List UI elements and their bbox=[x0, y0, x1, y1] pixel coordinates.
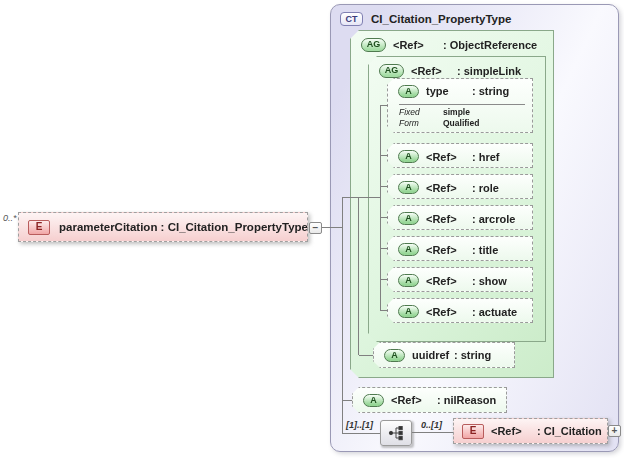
complex-type-header: CT CI_Citation_PropertyType bbox=[331, 5, 618, 26]
element-parametercitation[interactable]: E parameterCitation : CI_Citation_Proper… bbox=[18, 212, 308, 242]
attribute-header: A uuidref : string bbox=[374, 343, 514, 367]
connector-line bbox=[358, 197, 359, 355]
connector-line bbox=[342, 197, 343, 434]
attribute-type-label: : title bbox=[472, 244, 498, 256]
attribute-badge: A bbox=[398, 274, 419, 287]
attribute-group-type: : ObjectReference bbox=[443, 39, 537, 51]
connector-line bbox=[343, 433, 380, 434]
attribute-group-name: <Ref> bbox=[411, 65, 457, 77]
attribute-name: type bbox=[426, 85, 472, 97]
attribute-badge: A bbox=[398, 305, 419, 318]
attribute-header: A <Ref> : arcrole bbox=[388, 206, 532, 231]
attribute-facets: Fixed simple Form Qualified bbox=[399, 104, 525, 128]
connector-line bbox=[380, 105, 381, 311]
connector-line bbox=[412, 432, 453, 433]
attribute-header: A <Ref> : role bbox=[388, 175, 532, 200]
attribute-name: <Ref> bbox=[426, 151, 472, 163]
sequence-compositor[interactable] bbox=[380, 420, 412, 446]
connector-line bbox=[380, 217, 388, 218]
attribute-uuidref[interactable]: A uuidref : string bbox=[373, 342, 515, 368]
attribute-name: <Ref> bbox=[426, 244, 472, 256]
attribute-type-label: : show bbox=[472, 275, 507, 287]
attribute-badge: A bbox=[398, 212, 419, 225]
element-label: parameterCitation : CI_Citation_Property… bbox=[59, 221, 308, 233]
attribute-badge: A bbox=[384, 349, 405, 362]
complex-type-title: CI_Citation_PropertyType bbox=[371, 13, 511, 25]
attribute-name: <Ref> bbox=[426, 275, 472, 287]
connector-line bbox=[322, 227, 342, 228]
attribute-group-header: AG <Ref> : simpleLink bbox=[369, 57, 545, 81]
sequence-cardinality-left: [1]..[1] bbox=[346, 420, 373, 430]
facet-label: Fixed bbox=[399, 107, 443, 117]
element-cardinality: 0..* bbox=[3, 213, 17, 223]
attribute-header: A <Ref> : show bbox=[388, 268, 532, 293]
attribute-header: A <Ref> : nilReason bbox=[353, 388, 506, 412]
connector-line bbox=[380, 310, 388, 311]
facet-value: simple bbox=[443, 107, 525, 117]
collapse-button[interactable]: − bbox=[309, 222, 322, 234]
connector-line bbox=[343, 197, 380, 198]
attribute-type[interactable]: A type : string Fixed simple Form Qualif… bbox=[387, 78, 533, 133]
attribute-type-label: : string bbox=[454, 349, 491, 361]
attribute-title[interactable]: A <Ref> : title bbox=[387, 236, 533, 261]
connector-line bbox=[343, 400, 352, 401]
attribute-arcrole[interactable]: A <Ref> : arcrole bbox=[387, 205, 533, 230]
attribute-header: A <Ref> : actuate bbox=[388, 299, 532, 324]
attribute-name: <Ref> bbox=[426, 182, 472, 194]
attribute-header: A type : string bbox=[388, 79, 532, 103]
sequence-compositor-icon bbox=[387, 424, 405, 442]
attribute-group-type: : simpleLink bbox=[457, 65, 521, 77]
element-badge: E bbox=[28, 220, 50, 235]
element-name: <Ref> bbox=[491, 425, 537, 437]
attribute-name: <Ref> bbox=[426, 213, 472, 225]
attribute-role[interactable]: A <Ref> : role bbox=[387, 174, 533, 199]
element-ci-citation[interactable]: E <Ref> : CI_Citation bbox=[453, 418, 608, 444]
attribute-actuate[interactable]: A <Ref> : actuate bbox=[387, 298, 533, 323]
attribute-badge: A bbox=[398, 181, 419, 194]
attribute-header: A <Ref> : href bbox=[388, 144, 532, 169]
facet-value: Qualified bbox=[443, 118, 525, 128]
element-badge: E bbox=[462, 424, 484, 439]
connector-line bbox=[380, 105, 388, 106]
sequence-cardinality-right: 0..[1] bbox=[421, 420, 442, 430]
connector-line bbox=[380, 279, 388, 280]
facet-label: Form bbox=[399, 118, 443, 128]
connector-line bbox=[380, 186, 388, 187]
attribute-nilreason[interactable]: A <Ref> : nilReason bbox=[352, 387, 507, 413]
attribute-group-name: <Ref> bbox=[393, 39, 443, 51]
attribute-type-label: : nilReason bbox=[437, 394, 496, 406]
attribute-type-label: : role bbox=[472, 182, 499, 194]
attribute-name: <Ref> bbox=[426, 306, 472, 318]
attribute-type-label: : actuate bbox=[472, 306, 517, 318]
attribute-type-label: : href bbox=[472, 151, 500, 163]
attribute-header: A <Ref> : title bbox=[388, 237, 532, 262]
expand-button[interactable]: + bbox=[608, 425, 621, 437]
attribute-group-badge: AG bbox=[379, 64, 404, 78]
attribute-name: <Ref> bbox=[391, 394, 437, 406]
connector-line bbox=[380, 248, 388, 249]
schema-diagram: CT CI_Citation_PropertyType AG <Ref> : O… bbox=[0, 0, 624, 458]
attribute-group-header: AG <Ref> : ObjectReference bbox=[351, 31, 553, 55]
attribute-group-badge: AG bbox=[361, 38, 386, 52]
connector-line bbox=[359, 355, 373, 356]
attribute-badge: A bbox=[398, 243, 419, 256]
attribute-type-label: : string bbox=[472, 85, 509, 97]
attribute-badge: A bbox=[398, 150, 419, 163]
attribute-type-label: : arcrole bbox=[472, 213, 515, 225]
attribute-badge: A bbox=[398, 85, 419, 98]
attribute-badge: A bbox=[363, 394, 384, 407]
attribute-href[interactable]: A <Ref> : href bbox=[387, 143, 533, 168]
complex-type-badge: CT bbox=[340, 12, 363, 26]
element-header: E <Ref> : CI_Citation bbox=[454, 419, 607, 443]
connector-line bbox=[380, 155, 388, 156]
attribute-name: uuidref bbox=[412, 349, 454, 361]
attribute-show[interactable]: A <Ref> : show bbox=[387, 267, 533, 292]
element-type-label: : CI_Citation bbox=[537, 425, 602, 437]
